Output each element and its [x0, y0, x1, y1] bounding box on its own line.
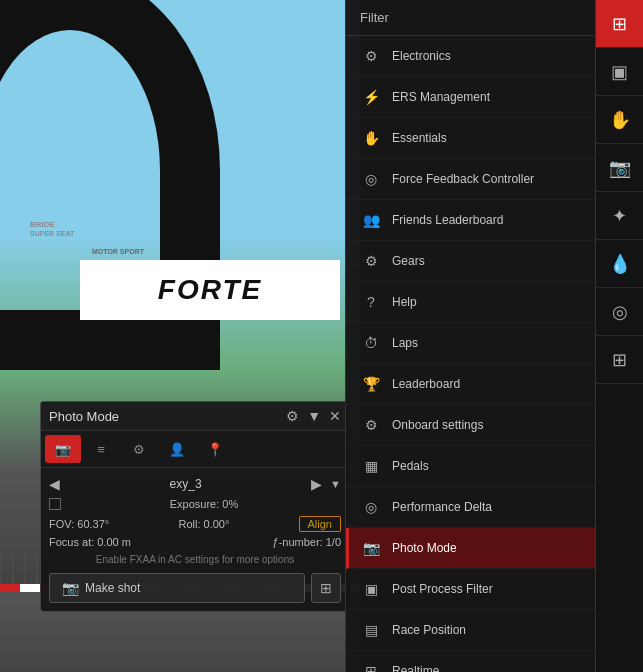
sidebar-hand-button[interactable]: ✋: [596, 96, 644, 144]
filter-item-race-position[interactable]: ▤Race Position: [346, 610, 595, 651]
filter-item-ers[interactable]: ⚡ERS Management: [346, 77, 595, 118]
make-shot-button[interactable]: 📷 Make shot: [49, 573, 305, 603]
force-feedback-icon: ◎: [360, 168, 382, 190]
exy-dropdown[interactable]: ▼: [330, 478, 341, 490]
leaderboard-icon: 🏆: [360, 373, 382, 395]
sidebar-camera-sidebar-button[interactable]: 📷: [596, 144, 644, 192]
pedals-label: Pedals: [392, 459, 429, 473]
help-icon: ?: [360, 291, 382, 313]
panel-controls: ⚙ ▼ ✕: [286, 408, 341, 424]
right-sidebar: ⊞▣✋📷✦💧◎⊞: [595, 0, 643, 672]
fnumber-value: ƒ-number: 1/0: [273, 536, 341, 548]
filter-item-friends[interactable]: 👥Friends Leaderboard: [346, 200, 595, 241]
ers-icon: ⚡: [360, 86, 382, 108]
onboard-label: Onboard settings: [392, 418, 483, 432]
filter-item-electronics[interactable]: ⚙Electronics: [346, 36, 595, 77]
post-process-icon: ▣: [360, 578, 382, 600]
filter-item-laps[interactable]: ⏱Laps: [346, 323, 595, 364]
gears-icon: ⚙: [360, 250, 382, 272]
exposure-checkbox[interactable]: [49, 498, 61, 510]
race-position-icon: ▤: [360, 619, 382, 641]
filter-item-realtime[interactable]: ⊞Realtime: [346, 651, 595, 672]
filter-item-onboard[interactable]: ⚙Onboard settings: [346, 405, 595, 446]
photo-content: ◀ exy_3 ▶ ▼ Exposure: 0% FOV: 60.37° Rol…: [41, 468, 349, 611]
photo-tabs: 📷 ≡ ⚙ 👤 📍: [41, 431, 349, 468]
sidebar-icons-list: ⊞▣✋📷✦💧◎⊞: [596, 0, 644, 384]
filter-item-performance-delta[interactable]: ◎Performance Delta: [346, 487, 595, 528]
realtime-label: Realtime: [392, 664, 439, 672]
ers-label: ERS Management: [392, 90, 490, 104]
tab-settings[interactable]: ⚙: [121, 435, 157, 463]
sidebar-sparkle-button[interactable]: ✦: [596, 192, 644, 240]
roll-value: Roll: 0.00°: [178, 518, 229, 530]
electronics-label: Electronics: [392, 49, 451, 63]
focus-value: Focus at: 0.00 m: [49, 536, 131, 548]
essentials-icon: ✋: [360, 127, 382, 149]
friends-icon: 👥: [360, 209, 382, 231]
sidebar-drops-button[interactable]: 💧: [596, 240, 644, 288]
photo-mode-icon: 📷: [360, 537, 382, 559]
filter-item-post-process[interactable]: ▣Post Process Filter: [346, 569, 595, 610]
gears-label: Gears: [392, 254, 425, 268]
onboard-icon: ⚙: [360, 414, 382, 436]
pedals-icon: ▦: [360, 455, 382, 477]
force-feedback-label: Force Feedback Controller: [392, 172, 534, 186]
tab-sliders[interactable]: ≡: [83, 435, 119, 463]
exy-next[interactable]: ▶: [311, 476, 322, 492]
exy-prev[interactable]: ◀: [49, 476, 60, 492]
tab-people[interactable]: 👤: [159, 435, 195, 463]
electronics-icon: ⚙: [360, 45, 382, 67]
focus-row: Focus at: 0.00 m ƒ-number: 1/0: [49, 536, 341, 548]
filter-item-help[interactable]: ?Help: [346, 282, 595, 323]
tab-location[interactable]: 📍: [197, 435, 233, 463]
exposure-label: Exposure: 0%: [67, 498, 341, 510]
make-shot-label: Make shot: [85, 581, 140, 595]
filter-item-pedals[interactable]: ▦Pedals: [346, 446, 595, 487]
align-button[interactable]: Align: [299, 516, 341, 532]
filter-item-leaderboard[interactable]: 🏆Leaderboard: [346, 364, 595, 405]
banner-sub: MOTOR SPORT: [92, 248, 144, 255]
filter-item-photo-mode[interactable]: 📷Photo Mode: [346, 528, 595, 569]
exy-name: exy_3: [68, 477, 303, 491]
filter-header: Filter: [346, 0, 595, 36]
post-process-label: Post Process Filter: [392, 582, 493, 596]
laps-icon: ⏱: [360, 332, 382, 354]
help-label: Help: [392, 295, 417, 309]
sidebar-grid-button[interactable]: ⊞: [596, 336, 644, 384]
tab-camera[interactable]: 📷: [45, 435, 81, 463]
filter-item-essentials[interactable]: ✋Essentials: [346, 118, 595, 159]
minimize-icon[interactable]: ▼: [307, 408, 321, 424]
laps-label: Laps: [392, 336, 418, 350]
sidebar-film-button[interactable]: ▣: [596, 48, 644, 96]
performance-delta-icon: ◎: [360, 496, 382, 518]
fov-value: FOV: 60.37°: [49, 518, 109, 530]
fov-roll-row: FOV: 60.37° Roll: 0.00° Align: [49, 516, 341, 532]
exy-row: ◀ exy_3 ▶ ▼: [49, 476, 341, 492]
camera-icon: 📷: [62, 580, 79, 596]
photo-panel-title: Photo Mode: [49, 409, 119, 424]
sidebar-apps-button[interactable]: ⊞: [596, 0, 644, 48]
sidebar-circle-button[interactable]: ◎: [596, 288, 644, 336]
filter-menu: Filter ⚙Electronics⚡ERS Management✋Essen…: [345, 0, 595, 672]
photo-mode-panel: Photo Mode ⚙ ▼ ✕ 📷 ≡ ⚙ 👤 📍 ◀ exy_3 ▶ ▼ E…: [40, 401, 350, 612]
performance-delta-label: Performance Delta: [392, 500, 492, 514]
exposure-row: Exposure: 0%: [49, 498, 341, 510]
filter-items-list: ⚙Electronics⚡ERS Management✋Essentials◎F…: [346, 36, 595, 672]
friends-label: Friends Leaderboard: [392, 213, 503, 227]
photo-panel-header: Photo Mode ⚙ ▼ ✕: [41, 402, 349, 431]
make-shot-row: 📷 Make shot ⊞: [49, 573, 341, 603]
close-icon[interactable]: ✕: [329, 408, 341, 424]
banner: FORTE: [80, 260, 340, 320]
essentials-label: Essentials: [392, 131, 447, 145]
filter-item-force-feedback[interactable]: ◎Force Feedback Controller: [346, 159, 595, 200]
settings-icon[interactable]: ⚙: [286, 408, 299, 424]
fxaa-hint: Enable FXAA in AC settings for more opti…: [49, 554, 341, 565]
filter-item-gears[interactable]: ⚙Gears: [346, 241, 595, 282]
photo-mode-label: Photo Mode: [392, 541, 457, 555]
sponsor-text: BRIDESUPER SEAT: [30, 220, 74, 238]
shot-mode-button[interactable]: ⊞: [311, 573, 341, 603]
race-position-label: Race Position: [392, 623, 466, 637]
realtime-icon: ⊞: [360, 660, 382, 672]
leaderboard-label: Leaderboard: [392, 377, 460, 391]
